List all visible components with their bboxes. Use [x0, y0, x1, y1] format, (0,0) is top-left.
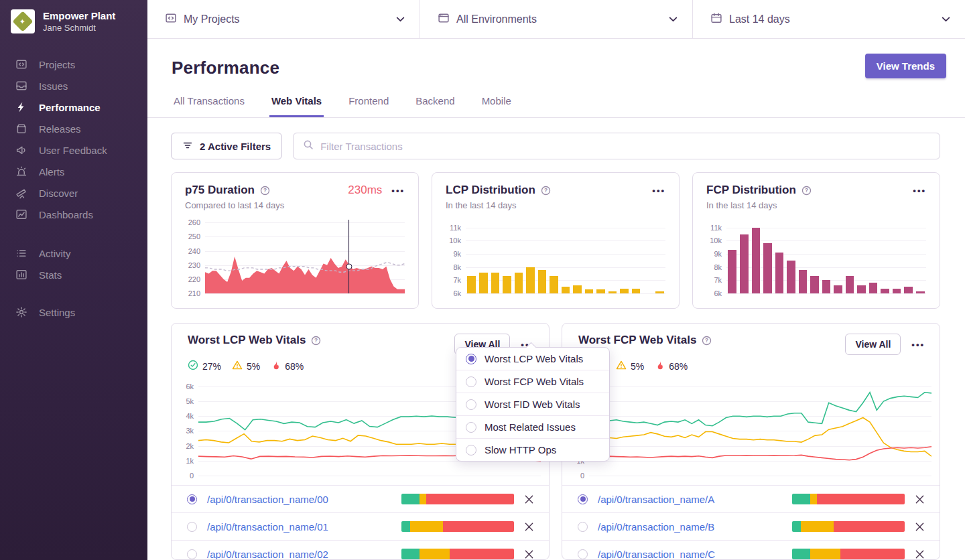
tab-backend[interactable]: Backend [413, 95, 456, 117]
histogram-bar [562, 287, 570, 293]
stat-value: 68% [669, 361, 688, 372]
y-tick-label: 230 [188, 261, 200, 269]
gridline [198, 476, 541, 476]
stat-fire: 68% [271, 360, 304, 372]
sidebar-item-projects[interactable]: Projects [11, 54, 147, 75]
close-icon[interactable] [915, 494, 925, 504]
tab-all-transactions[interactable]: All Transactions [172, 95, 247, 117]
histogram-bar [740, 234, 749, 293]
histogram-bar [916, 291, 925, 293]
card-title: p75 Duration [185, 184, 255, 197]
projects-icon [15, 58, 27, 70]
more-options-icon[interactable]: ••• [913, 186, 926, 195]
row-radio[interactable] [187, 522, 197, 532]
sidebar-nav-tertiary: Settings [11, 301, 147, 323]
more-options-icon[interactable]: ••• [391, 186, 405, 195]
transaction-link[interactable]: /api/0/transaction_name/A [598, 494, 782, 505]
histogram-bar [526, 267, 535, 293]
p75-value: 230ms [348, 184, 382, 197]
chart-marker [346, 263, 352, 269]
transaction-link[interactable]: /api/0/transaction_name/00 [207, 494, 391, 505]
transaction-link[interactable]: /api/0/transaction_name/C [598, 549, 782, 560]
segment-poor [443, 521, 514, 532]
p75-duration-card: p75 Duration ? 230ms ••• Compared to las… [171, 172, 419, 309]
sidebar-item-stats[interactable]: Stats [11, 264, 147, 285]
y-tick-label: 7k [714, 276, 722, 284]
transaction-row: /api/0/transaction_name/00 [172, 485, 549, 512]
more-options-icon[interactable]: ••• [911, 340, 925, 349]
tab-frontend[interactable]: Frontend [346, 95, 391, 117]
sidebar-item-performance[interactable]: Performance [11, 96, 147, 118]
y-tick-label: 6k [186, 382, 194, 391]
row-radio[interactable] [187, 494, 197, 504]
sidebar-item-settings[interactable]: Settings [11, 301, 147, 323]
y-tick-label: 11k [450, 224, 461, 232]
dropdown-item-worst-fid-web-vitals[interactable]: Worst FID Web Vitals [456, 393, 609, 415]
dropdown-item-worst-fcp-web-vitals[interactable]: Worst FCP Web Vitals [456, 370, 609, 393]
tab-mobile[interactable]: Mobile [480, 95, 513, 117]
help-icon[interactable]: ? [311, 336, 321, 346]
transaction-link[interactable]: /api/0/transaction_name/02 [207, 549, 391, 560]
row-radio[interactable] [578, 494, 588, 504]
help-icon[interactable]: ? [260, 186, 270, 196]
card-subtitle: In the last 14 days [706, 200, 926, 210]
segment-good [792, 549, 810, 559]
p75-duration-chart: 210220230240250260 [185, 220, 405, 293]
view-trends-button[interactable]: View Trends [865, 54, 946, 78]
selector-label: My Projects [184, 13, 240, 25]
chart-svg [589, 380, 931, 476]
user-feedback-icon [15, 144, 27, 156]
transaction-link[interactable]: /api/0/transaction_name/01 [207, 521, 391, 533]
card-title: Worst FCP Web Vitals [578, 334, 696, 347]
transaction-link[interactable]: /api/0/transaction_name/B [598, 521, 782, 533]
close-icon[interactable] [524, 522, 534, 532]
stat-warning-triangle: 5% [616, 360, 644, 372]
selector-last-14-days[interactable]: Last 14 days [692, 0, 965, 38]
dropdown-item-worst-lcp-web-vitals[interactable]: Worst LCP Web Vitals [456, 348, 609, 370]
sidebar-item-activity[interactable]: Activity [11, 242, 147, 264]
dropdown-item-most-related-issues[interactable]: Most Related Issues [456, 415, 609, 438]
view-all-button[interactable]: View All [845, 334, 901, 355]
close-icon[interactable] [915, 549, 925, 559]
y-tick-label: 260 [188, 218, 200, 226]
search-input[interactable] [320, 141, 930, 152]
help-icon[interactable]: ? [702, 336, 712, 346]
help-icon[interactable]: ? [801, 186, 812, 196]
svg-text:?: ? [314, 337, 318, 344]
dropdown-item-label: Most Related Issues [485, 421, 576, 433]
close-icon[interactable] [915, 522, 925, 532]
sidebar-item-issues[interactable]: Issues [11, 75, 147, 96]
histogram-bar [573, 285, 582, 293]
y-axis: 01k2k3k4k5k6k [181, 380, 198, 476]
row-radio[interactable] [578, 522, 588, 532]
dropdown-radio [466, 376, 476, 387]
close-icon[interactable] [524, 549, 534, 559]
dropdown-item-slow-http-ops[interactable]: Slow HTTP Ops [456, 438, 609, 461]
row-radio[interactable] [187, 549, 197, 559]
sidebar-item-label: Issues [39, 80, 68, 92]
org-switcher[interactable]: ✦ Empower Plant Jane Schmidt [11, 9, 147, 33]
lcp-distribution-card: LCP Distribution ? ••• In the last 14 da… [432, 172, 680, 309]
gridline [466, 228, 665, 228]
help-icon[interactable]: ? [541, 186, 551, 196]
segment-meh [810, 494, 817, 504]
performance-tabs: All TransactionsWeb VitalsFrontendBacken… [172, 95, 946, 117]
chevron-down-icon [396, 15, 405, 23]
more-options-icon[interactable]: ••• [652, 186, 665, 195]
sidebar-item-releases[interactable]: Releases [11, 118, 147, 139]
sidebar-item-discover[interactable]: Discover [11, 182, 147, 204]
dropdown-item-label: Worst LCP Web Vitals [485, 353, 583, 364]
sidebar-item-user-feedback[interactable]: User Feedback [11, 139, 147, 161]
sidebar-item-label: Stats [39, 269, 62, 281]
histogram-bar [752, 228, 761, 293]
sidebar-item-alerts[interactable]: Alerts [11, 161, 147, 182]
selector-all-environments[interactable]: All Environments [420, 0, 692, 38]
close-icon[interactable] [524, 494, 534, 504]
active-filters-button[interactable]: 2 Active Filters [171, 133, 282, 159]
sidebar-item-dashboards[interactable]: Dashboards [11, 204, 147, 225]
main-area: My ProjectsAll EnvironmentsLast 14 days … [147, 0, 965, 560]
plot-area [466, 220, 665, 293]
tab-web-vitals[interactable]: Web Vitals [269, 95, 324, 117]
row-radio[interactable] [578, 549, 588, 559]
selector-my-projects[interactable]: My Projects [147, 0, 420, 38]
